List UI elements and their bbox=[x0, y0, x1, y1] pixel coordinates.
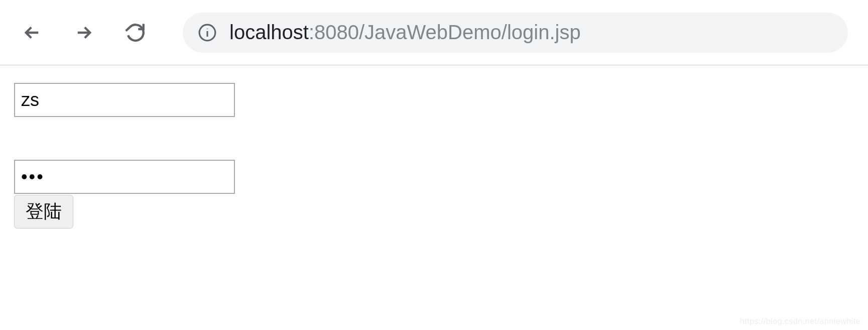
password-input[interactable] bbox=[14, 160, 235, 194]
login-button[interactable]: 登陆 bbox=[14, 195, 73, 229]
browser-toolbar: localhost:8080/JavaWebDemo/login.jsp bbox=[0, 0, 868, 65]
url-display: localhost:8080/JavaWebDemo/login.jsp bbox=[229, 21, 581, 44]
back-icon[interactable] bbox=[20, 21, 44, 45]
reload-icon[interactable] bbox=[123, 21, 148, 45]
username-input[interactable] bbox=[14, 83, 235, 117]
url-host: localhost bbox=[229, 21, 309, 43]
page-content: 登陆 bbox=[0, 65, 868, 246]
info-icon[interactable] bbox=[198, 23, 217, 42]
watermark: https://blog.csdn.net/anniewhite bbox=[740, 317, 860, 326]
forward-icon[interactable] bbox=[72, 21, 96, 45]
nav-buttons bbox=[20, 21, 148, 45]
url-path: :8080/JavaWebDemo/login.jsp bbox=[309, 21, 581, 43]
address-bar[interactable]: localhost:8080/JavaWebDemo/login.jsp bbox=[183, 13, 848, 53]
